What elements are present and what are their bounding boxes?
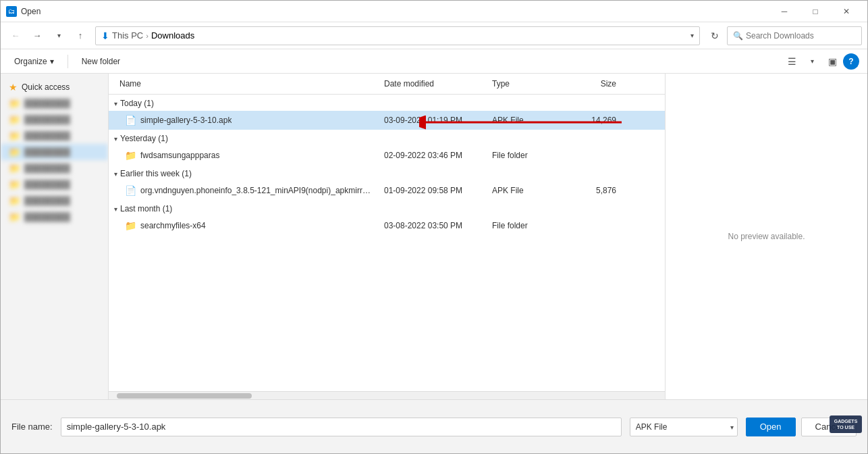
col-header-type[interactable]: Type bbox=[487, 76, 568, 91]
file-name-text-3: org.vndnguyen.phoneinfo_3.8.5-121_minAPI… bbox=[140, 186, 373, 195]
file-date-3: 01-09-2022 09:58 PM bbox=[379, 186, 487, 195]
sidebar-item-label-2: ████████ bbox=[24, 115, 70, 124]
file-type-1: APK File bbox=[487, 116, 568, 125]
help-button[interactable]: ? bbox=[843, 53, 859, 70]
sidebar-item-2[interactable]: 📁 ████████ bbox=[1, 111, 108, 128]
file-size-3: 5,876 bbox=[568, 186, 622, 195]
sidebar-item-label-1: ████████ bbox=[24, 99, 70, 108]
sidebar-item-label-6: ████████ bbox=[24, 180, 70, 189]
file-name-cell-2: 📁 fwdsamsungappparas bbox=[109, 150, 379, 161]
apk-file-icon-2: 📄 bbox=[125, 185, 136, 196]
refresh-button[interactable]: ↻ bbox=[705, 26, 724, 45]
file-name-text-4: searchmyfiles-x64 bbox=[140, 221, 206, 230]
dropdown-button[interactable]: ▾ bbox=[49, 26, 68, 45]
sidebar-item-6[interactable]: 📁 ████████ bbox=[1, 176, 108, 193]
table-row[interactable]: 📄 simple-gallery-5-3-10.apk 03-09-2022 0… bbox=[109, 111, 665, 130]
search-box[interactable]: 🔍 bbox=[727, 26, 862, 45]
folder-icon-1: 📁 bbox=[9, 98, 20, 109]
maximize-button[interactable]: □ bbox=[800, 1, 831, 22]
window-title: Open bbox=[21, 7, 40, 16]
bottom-bar: File name: APK File All Files ▾ Open Can… bbox=[1, 399, 867, 453]
file-name-text-2: fwdsamsungappparas bbox=[140, 151, 219, 160]
sidebar-item-7[interactable]: 📁 ████████ bbox=[1, 193, 108, 209]
organize-label: Organize bbox=[14, 57, 47, 66]
scrollbar-thumb[interactable] bbox=[117, 393, 252, 399]
view-tiles-button[interactable]: ▣ bbox=[823, 52, 842, 71]
breadcrumb[interactable]: ⬇ This PC › Downloads ▾ bbox=[95, 26, 700, 45]
file-name-cell-1: 📄 simple-gallery-5-3-10.apk bbox=[109, 115, 379, 126]
col-header-date[interactable]: Date modified bbox=[379, 76, 487, 91]
sidebar-item-8[interactable]: 📁 ████████ bbox=[1, 209, 108, 225]
group-chevron-month[interactable]: ▾ bbox=[114, 205, 117, 213]
title-bar: 🗂 Open ─ □ ✕ bbox=[1, 1, 867, 22]
file-date-1: 03-09-2022 01:19 PM bbox=[379, 116, 487, 125]
file-type-2: File folder bbox=[487, 151, 568, 160]
folder-icon-8: 📁 bbox=[9, 211, 20, 222]
file-date-2: 02-09-2022 03:46 PM bbox=[379, 151, 487, 160]
open-button[interactable]: Open bbox=[746, 418, 796, 436]
organize-arrow-icon: ▾ bbox=[50, 57, 54, 66]
file-type-4: File folder bbox=[487, 221, 568, 230]
no-preview-text: No preview available. bbox=[728, 232, 805, 241]
title-icon: 🗂 bbox=[6, 6, 17, 17]
apk-file-icon-1: 📄 bbox=[125, 115, 136, 126]
file-list-scroll: ▾ Today (1) 📄 simple-gallery-5-3-10.apk … bbox=[109, 95, 665, 391]
table-row[interactable]: 📁 searchmyfiles-x64 03-08-2022 03:50 PM … bbox=[109, 216, 665, 235]
sidebar-item-label-4: ████████ bbox=[24, 147, 70, 157]
sidebar-item-1[interactable]: 📁 ████████ bbox=[1, 95, 108, 111]
file-name-cell-4: 📁 searchmyfiles-x64 bbox=[109, 220, 379, 231]
organize-button[interactable]: Organize ▾ bbox=[9, 54, 59, 69]
back-button[interactable]: ← bbox=[6, 26, 25, 45]
group-last-month: ▾ Last month (1) bbox=[109, 200, 665, 216]
watermark-text: GADGETSTO USE bbox=[830, 415, 862, 433]
group-today: ▾ Today (1) bbox=[109, 95, 665, 111]
sidebar-item-5[interactable]: 📁 ████████ bbox=[1, 160, 108, 176]
filetype-select[interactable]: APK File All Files bbox=[630, 418, 738, 436]
navigation-bar: ← → ▾ ↑ ⬇ This PC › Downloads ▾ ↻ 🔍 bbox=[1, 22, 867, 49]
view-dropdown-button[interactable]: ▾ bbox=[803, 52, 821, 71]
sidebar: ★ Quick access 📁 ████████ 📁 ████████ 📁 █… bbox=[1, 74, 109, 399]
folder-icon-fwd: 📁 bbox=[125, 150, 136, 161]
group-label-today: Today (1) bbox=[120, 99, 154, 108]
up-button[interactable]: ↑ bbox=[71, 26, 90, 45]
group-chevron-week[interactable]: ▾ bbox=[114, 170, 117, 178]
view-controls: ☰ ▾ ▣ ? bbox=[782, 52, 859, 71]
filename-input[interactable] bbox=[61, 418, 622, 436]
title-bar-left: 🗂 Open bbox=[6, 6, 40, 17]
file-name-cell-3: 📄 org.vndnguyen.phoneinfo_3.8.5-121_minA… bbox=[109, 185, 379, 196]
toolbar: Organize ▾ New folder ☰ ▾ ▣ ? bbox=[1, 49, 867, 74]
file-date-4: 03-08-2022 03:50 PM bbox=[379, 221, 487, 230]
minimize-button[interactable]: ─ bbox=[769, 1, 800, 22]
title-bar-controls: ─ □ ✕ bbox=[769, 1, 862, 22]
breadcrumb-this-pc[interactable]: This PC bbox=[112, 30, 143, 41]
toolbar-separator bbox=[67, 55, 68, 68]
sidebar-item-4[interactable]: 📁 ████████ bbox=[1, 144, 108, 160]
folder-icon-3: 📁 bbox=[9, 130, 20, 141]
folder-icon-6: 📁 bbox=[9, 179, 20, 190]
group-chevron-yesterday[interactable]: ▾ bbox=[114, 135, 117, 143]
forward-button[interactable]: → bbox=[28, 26, 47, 45]
sidebar-item-3[interactable]: 📁 ████████ bbox=[1, 128, 108, 144]
sidebar-item-quick-access[interactable]: ★ Quick access bbox=[1, 79, 108, 95]
folder-icon-2: 📁 bbox=[9, 114, 20, 125]
watermark: GADGETSTO USE bbox=[830, 415, 862, 448]
close-button[interactable]: ✕ bbox=[831, 1, 862, 22]
group-label-month: Last month (1) bbox=[120, 204, 172, 213]
star-icon: ★ bbox=[9, 82, 18, 93]
new-folder-button[interactable]: New folder bbox=[76, 54, 126, 69]
col-header-name[interactable]: Name bbox=[109, 76, 379, 91]
horizontal-scrollbar[interactable] bbox=[109, 391, 665, 399]
search-input[interactable] bbox=[746, 31, 856, 41]
filename-label: File name: bbox=[11, 422, 53, 432]
col-header-size[interactable]: Size bbox=[568, 76, 622, 91]
group-earlier-week: ▾ Earlier this week (1) bbox=[109, 165, 665, 181]
group-label-yesterday: Yesterday (1) bbox=[120, 134, 168, 143]
preview-area: No preview available. bbox=[665, 74, 867, 399]
group-chevron-today[interactable]: ▾ bbox=[114, 100, 117, 107]
table-row[interactable]: 📄 org.vndnguyen.phoneinfo_3.8.5-121_minA… bbox=[109, 181, 665, 200]
content-area: ★ Quick access 📁 ████████ 📁 ████████ 📁 █… bbox=[1, 74, 867, 399]
quick-access-label: Quick access bbox=[22, 82, 70, 92]
table-row[interactable]: 📁 fwdsamsungappparas 02-09-2022 03:46 PM… bbox=[109, 146, 665, 165]
folder-icon-search: 📁 bbox=[125, 220, 136, 231]
view-list-button[interactable]: ☰ bbox=[782, 52, 801, 71]
